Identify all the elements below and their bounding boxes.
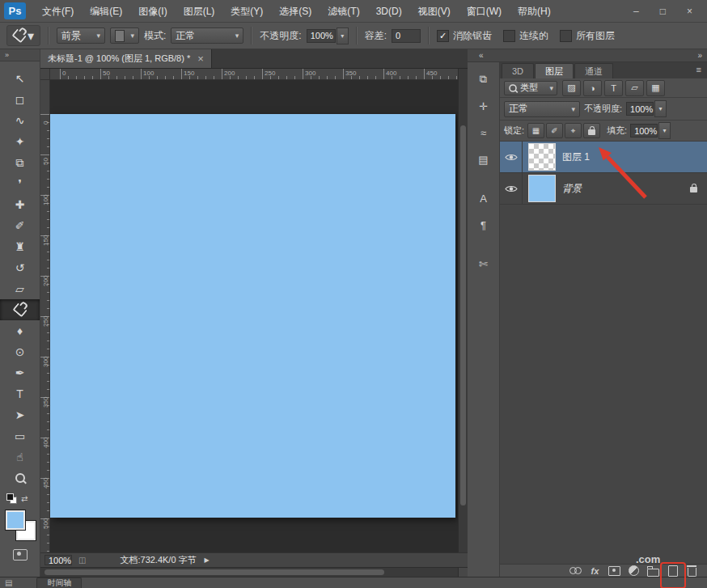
layer-blend-mode-select[interactable]: 正常 ▾ — [504, 101, 580, 117]
contiguous-checkbox[interactable]: 连续的 — [503, 29, 548, 43]
canvas[interactable] — [50, 114, 455, 518]
timeline-tab[interactable]: 时间轴 — [36, 577, 82, 588]
document-tab[interactable]: 未标题-1 @ 100% (图层 1, RGB/8) * × — [40, 49, 212, 68]
lock-all-icon[interactable] — [583, 123, 600, 138]
swap-colors-icon[interactable]: ⇄ — [21, 494, 28, 503]
zoom-tool[interactable] — [0, 467, 40, 489]
panel-opacity-input[interactable]: 100% ▾ — [626, 100, 667, 117]
paragraph-panel-icon[interactable]: ¶ — [472, 215, 495, 235]
default-colors-icon[interactable] — [6, 493, 17, 504]
menu-item-8[interactable]: 视图(V) — [410, 0, 459, 23]
panel-menu-icon[interactable]: ≡ — [696, 65, 701, 74]
antialias-checkbox[interactable]: ✓消除锯齿 — [437, 29, 492, 43]
chevron-down-icon[interactable]: ▾ — [658, 122, 671, 139]
filter-shape-layers-icon[interactable]: ▱ — [625, 80, 644, 96]
history-brush-tool[interactable]: ↺ — [0, 257, 40, 278]
menu-item-7[interactable]: 3D(D) — [368, 0, 410, 23]
opacity-input[interactable]: 100% ▾ — [307, 27, 349, 44]
close-button[interactable]: × — [687, 6, 692, 17]
pattern-picker[interactable]: ▾ — [110, 27, 139, 44]
horizontal-scrollbar-thumb[interactable] — [44, 569, 384, 575]
opacity-value[interactable]: 100% — [307, 29, 336, 43]
menu-item-10[interactable]: 帮助(H) — [510, 0, 559, 23]
lock-transparency-icon[interactable]: ▦ — [527, 123, 544, 138]
dodge-tool[interactable]: ⊙ — [0, 341, 40, 362]
layer-visibility-toggle[interactable] — [500, 173, 523, 204]
layer-thumbnail[interactable] — [528, 143, 556, 171]
contiguous-checkbox-box[interactable] — [503, 30, 515, 42]
filter-adjustment-layers-icon[interactable]: ◑ — [583, 80, 602, 96]
antialias-checkbox-box[interactable]: ✓ — [437, 30, 449, 42]
chevron-down-icon[interactable]: ▾ — [337, 27, 349, 44]
panel-tab-layers[interactable]: 图层 — [535, 63, 574, 78]
fill-value[interactable]: 100% — [630, 124, 658, 137]
panel-opacity-value[interactable]: 100% — [626, 102, 654, 116]
eraser-tool[interactable]: ▱ — [0, 278, 40, 299]
zoom-level-input[interactable]: 100% — [44, 555, 72, 565]
filter-pixel-layers-icon[interactable]: ▨ — [562, 80, 581, 96]
paths-panel-icon[interactable]: ≈ — [472, 123, 495, 142]
collapse-panels-button[interactable]: » — [697, 51, 701, 60]
blend-mode-select[interactable]: 正常 ▾ — [171, 27, 243, 44]
foreground-color-swatch[interactable] — [6, 510, 25, 530]
properties-panel-icon[interactable]: ⧉ — [472, 70, 495, 89]
horizontal-ruler[interactable]: 050100150200250300350400450 — [50, 69, 468, 80]
lock-position-icon[interactable]: ⌖ — [565, 123, 582, 138]
blur-tool[interactable]: ♦ — [0, 320, 40, 341]
rectangle-tool[interactable]: ▭ — [0, 425, 40, 446]
pen-tool[interactable]: ✒ — [0, 362, 40, 383]
fill-input[interactable]: 100% ▾ — [630, 122, 671, 139]
path-selection-tool[interactable]: ➤ — [0, 404, 40, 425]
all-layers-checkbox-box[interactable] — [560, 30, 572, 42]
character-panel-icon[interactable]: A — [472, 188, 495, 208]
fill-source-select[interactable]: 前景 ▾ — [57, 27, 105, 44]
menu-item-9[interactable]: 窗口(W) — [459, 0, 510, 23]
healing-brush-tool[interactable]: ✚ — [0, 194, 40, 215]
new-layer-button[interactable] — [667, 565, 679, 577]
toolbar-collapse-button[interactable]: » — [0, 49, 40, 61]
layer-filter-select[interactable]: 类型 ▾ — [504, 81, 557, 95]
lock-pixels-icon[interactable]: ✐ — [546, 123, 563, 138]
new-adjustment-layer-button[interactable] — [628, 565, 640, 577]
chevron-down-icon[interactable]: ▾ — [654, 100, 667, 117]
layer-style-button[interactable]: fx — [589, 565, 601, 577]
tool-preset-picker[interactable]: ▾ — [6, 25, 40, 46]
collapse-icon-strip-button[interactable]: « — [479, 51, 482, 60]
panel-tab-3d[interactable]: 3D — [502, 63, 534, 78]
eyedropper-tool[interactable]: ❜ — [0, 173, 40, 194]
canvas-viewport[interactable] — [50, 80, 458, 552]
maximize-button[interactable]: □ — [660, 6, 666, 17]
layer-row-1[interactable]: 背景 — [500, 173, 707, 205]
hand-tool[interactable]: ☝ — [0, 446, 40, 467]
quick-mask-button[interactable] — [13, 549, 28, 561]
menu-item-4[interactable]: 类型(Y) — [222, 0, 271, 23]
lasso-tool[interactable]: ∿ — [0, 110, 40, 131]
filter-smart-objects-icon[interactable]: ▦ — [646, 80, 665, 96]
crop-tool[interactable]: ⧉ — [0, 152, 40, 173]
link-layers-button[interactable] — [569, 565, 582, 577]
clone-stamp-tool[interactable]: ♜ — [0, 236, 40, 257]
status-popup-arrow[interactable]: ▶ — [205, 556, 210, 564]
close-tab-icon[interactable]: × — [197, 53, 204, 65]
delete-layer-button[interactable] — [686, 565, 698, 577]
paint-bucket-tool[interactable] — [0, 299, 40, 320]
move-tool[interactable]: ↖ — [0, 68, 40, 89]
type-tool[interactable]: T — [0, 383, 40, 404]
filter-type-layers-icon[interactable]: T — [604, 80, 623, 96]
layer-row-0[interactable]: 图层 1 — [500, 142, 707, 173]
vertical-scrollbar-thumb[interactable] — [460, 125, 466, 506]
panel-tab-channels[interactable]: 通道 — [574, 63, 613, 78]
adjustments-panel-icon[interactable]: ✛ — [472, 96, 495, 116]
minimize-button[interactable]: – — [633, 6, 639, 17]
new-group-button[interactable] — [647, 565, 659, 577]
menu-item-2[interactable]: 图像(I) — [130, 0, 175, 23]
all-layers-checkbox[interactable]: 所有图层 — [560, 29, 615, 43]
vertical-ruler[interactable]: 050100150200250300350400450500 — [40, 80, 50, 552]
layer-thumbnail[interactable] — [528, 175, 556, 202]
magic-wand-tool[interactable]: ✦ — [0, 131, 40, 152]
brush-tool[interactable]: ✐ — [0, 215, 40, 236]
rectangular-marquee-tool[interactable]: ◻ — [0, 89, 40, 110]
menu-item-3[interactable]: 图层(L) — [176, 0, 223, 23]
menu-item-6[interactable]: 滤镜(T) — [320, 0, 367, 23]
horizontal-scrollbar[interactable] — [40, 567, 458, 577]
